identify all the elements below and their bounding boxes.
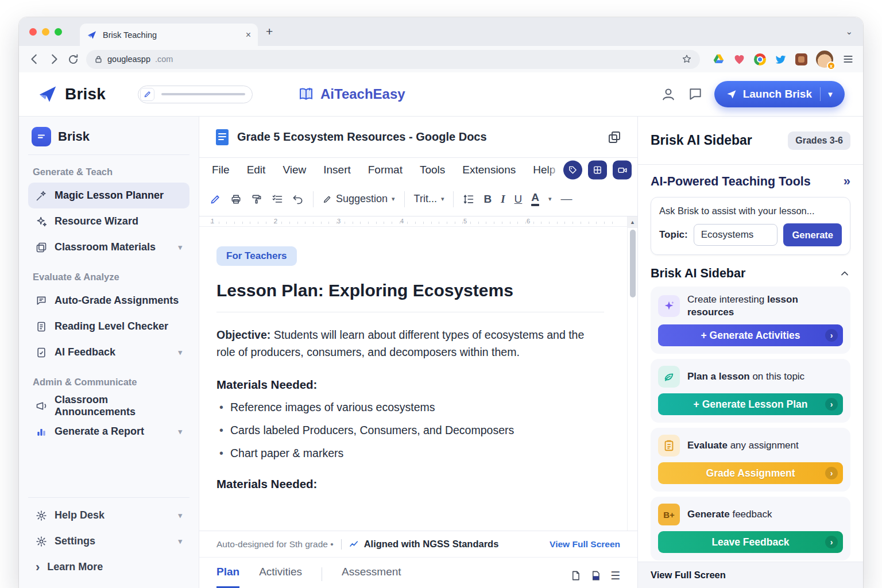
close-window-button[interactable] xyxy=(29,28,37,36)
ai-cards: Create interesting lesson resources + Ge… xyxy=(638,287,863,562)
page-icon[interactable] xyxy=(570,570,581,581)
sidebar-item-label: Help Desk xyxy=(55,509,105,521)
undo-icon[interactable] xyxy=(292,194,304,205)
heart-icon[interactable] xyxy=(733,53,745,65)
topic-input[interactable] xyxy=(694,224,778,246)
menu-tools[interactable]: Tools xyxy=(420,164,445,176)
launch-brisk-button[interactable]: Launch Brisk ▼ xyxy=(714,81,845,107)
sidebar-item-help-desk[interactable]: Help Desk ▾ xyxy=(28,502,189,528)
label-tag-icon[interactable] xyxy=(563,161,582,180)
leave-feedback-button[interactable]: Leave Feedback › xyxy=(658,531,843,553)
editing-pen-icon[interactable] xyxy=(210,194,221,205)
ngss-aligned-label: Aligned with NGSS Standards xyxy=(364,539,499,550)
sidebar-item-reading-level[interactable]: Reading Level Checker xyxy=(28,314,189,339)
generate-lesson-plan-button[interactable]: + Generate Lesson Plan › xyxy=(658,393,843,415)
open-in-window-icon[interactable] xyxy=(608,130,621,144)
underline-button[interactable]: U xyxy=(514,193,523,206)
ai-section-header: Brisk AI Sidebar xyxy=(638,263,863,287)
bookmark-star-icon[interactable] xyxy=(682,54,692,64)
generate-activities-button[interactable]: + Generate Activities › xyxy=(658,324,843,346)
sidebar-item-learn-more[interactable]: › Learn More xyxy=(28,554,189,580)
ai-section-title: Brisk AI Sidebar xyxy=(651,266,745,281)
browser-tab[interactable]: Brisk Teaching × xyxy=(80,24,258,46)
sidebar-item-announcements[interactable]: Classroom Announcements xyxy=(28,393,189,419)
view-full-screen-link[interactable]: View Full Screen xyxy=(651,570,726,581)
line-spacing-icon[interactable] xyxy=(463,194,474,205)
bold-button[interactable]: B xyxy=(483,193,492,206)
font-dropdown[interactable]: Trit... ▾ xyxy=(414,193,444,205)
doc-scrollbar[interactable]: ▲ xyxy=(627,216,637,531)
video-camera-icon[interactable] xyxy=(613,161,632,180)
scroll-up-icon[interactable]: ▲ xyxy=(628,216,637,228)
ai-tools-header: AI-Powered Teaching Tools » xyxy=(638,165,863,195)
zoom-window-button[interactable] xyxy=(55,28,62,36)
paint-format-icon[interactable] xyxy=(251,194,262,205)
tab-search-icon[interactable]: ⌄ xyxy=(845,26,853,37)
tab-activities[interactable]: Activities xyxy=(259,566,302,588)
for-teachers-badge: For Teachers xyxy=(216,246,297,266)
extension-icon[interactable] xyxy=(795,53,807,65)
chevron-down-icon[interactable]: ▾ xyxy=(178,537,182,546)
gear-icon xyxy=(36,536,47,547)
text-color-button[interactable]: A xyxy=(531,192,539,206)
menu-edit[interactable]: Edit xyxy=(247,164,266,176)
chrome-icon[interactable] xyxy=(754,53,766,65)
print-icon[interactable] xyxy=(230,194,242,205)
forward-icon[interactable] xyxy=(48,53,60,65)
menu-insert[interactable]: Insert xyxy=(323,164,351,176)
tab-plan[interactable]: Plan xyxy=(216,566,239,588)
sidebar-item-label: Learn More xyxy=(47,561,103,573)
chevron-down-icon[interactable]: ▾ xyxy=(178,243,182,252)
chevron-down-icon[interactable]: ▾ xyxy=(548,195,552,203)
sidebar-item-resource-wizard[interactable]: Resource Wizard xyxy=(28,208,189,234)
new-tab-button[interactable]: + xyxy=(266,25,273,38)
menu-extensions[interactable]: Extensions xyxy=(462,164,516,176)
sidebar-item-magic-lesson-planner[interactable]: Magic Lesson Planner xyxy=(28,183,189,208)
italic-button[interactable]: I xyxy=(501,193,505,206)
cards-icon xyxy=(36,242,47,253)
back-icon[interactable] xyxy=(28,53,41,65)
card-text: Create interesting lesson resources xyxy=(687,293,843,319)
drive-icon[interactable] xyxy=(713,53,725,65)
sidebar-item-auto-grade[interactable]: Auto-Grade Assignments xyxy=(28,288,189,314)
google-docs-icon xyxy=(215,129,229,146)
menu-file[interactable]: File xyxy=(212,164,230,176)
suggestion-mode-dropdown[interactable]: Suggestion ▾ xyxy=(323,193,395,205)
list-item: Chart paper & markers xyxy=(216,447,604,460)
view-full-screen-link[interactable]: View Full Screen xyxy=(550,539,620,550)
comment-icon[interactable] xyxy=(688,87,703,102)
account-icon[interactable] xyxy=(660,86,676,102)
menu-view[interactable]: View xyxy=(283,164,306,176)
chevron-down-icon[interactable]: ▾ xyxy=(178,348,182,357)
scrollbar-thumb[interactable] xyxy=(630,230,636,297)
browser-menu-icon[interactable] xyxy=(842,53,854,65)
ask-brisk-card: Ask Brisk to assist with your lesson... … xyxy=(651,197,850,255)
sidebar-item-ai-feedback[interactable]: AI Feedback ▾ xyxy=(28,339,189,365)
reload-icon[interactable] xyxy=(67,53,79,65)
browser-toolbar: gougleaspp.com x xyxy=(19,46,863,72)
grid-table-icon[interactable] xyxy=(588,161,607,180)
tab-assessment[interactable]: Assessment xyxy=(342,566,401,588)
twitter-icon[interactable] xyxy=(775,53,787,65)
page-filled-icon[interactable] xyxy=(590,570,601,581)
profile-avatar[interactable]: x xyxy=(816,51,833,68)
tab-close-icon[interactable]: × xyxy=(246,30,251,40)
strikethrough-icon[interactable]: — xyxy=(561,192,572,206)
bar-chart-icon xyxy=(36,426,47,438)
chevron-down-icon[interactable]: ▾ xyxy=(178,511,182,520)
chevron-down-icon[interactable]: ▾ xyxy=(178,427,182,436)
minimize-window-button[interactable] xyxy=(42,28,49,36)
sidebar-item-classroom-materials[interactable]: Classroom Materials ▾ xyxy=(28,234,189,260)
edit-toggle[interactable] xyxy=(138,86,253,103)
chevron-up-icon[interactable] xyxy=(839,268,850,280)
checklist-icon[interactable] xyxy=(272,194,283,205)
grade-assignment-button[interactable]: Grade Assignment › xyxy=(658,462,843,484)
sidebar-item-settings[interactable]: Settings ▾ xyxy=(28,528,189,554)
generate-button[interactable]: Generate xyxy=(783,223,842,246)
address-bar[interactable]: gougleaspp.com xyxy=(86,50,700,69)
launch-dropdown-icon[interactable]: ▼ xyxy=(821,90,840,99)
menu-format[interactable]: Format xyxy=(368,164,403,176)
sidebar-item-generate-report[interactable]: Generate a Report ▾ xyxy=(28,419,189,444)
menu-lines-icon[interactable]: ☰ xyxy=(610,569,620,582)
expand-icon[interactable]: » xyxy=(844,174,850,189)
